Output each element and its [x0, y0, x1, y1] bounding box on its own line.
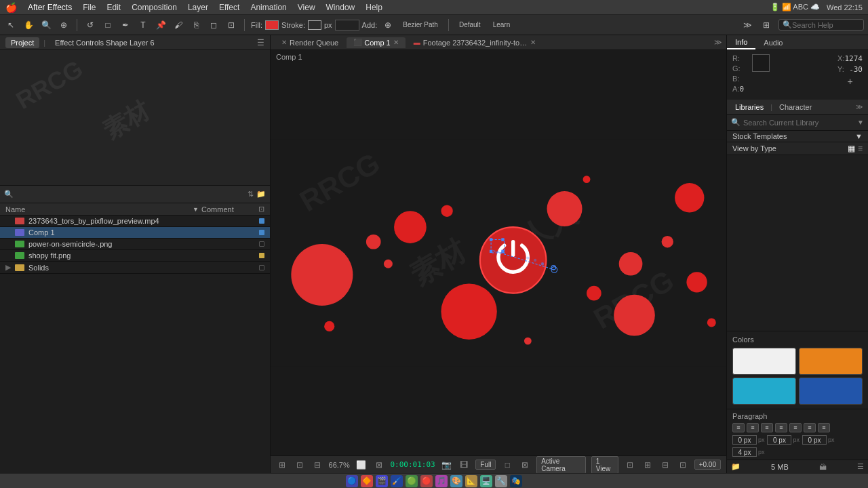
para-align-left[interactable]: ≡	[732, 423, 745, 432]
menu-edit[interactable]: Edit	[106, 3, 121, 12]
character-tab[interactable]: Character	[776, 102, 814, 113]
viewer-icon-3[interactable]: ⊟	[311, 458, 323, 472]
comp1-tab[interactable]: ⬛ Comp 1 ✕	[347, 37, 406, 48]
tool-zoom[interactable]: 🔍	[39, 18, 53, 32]
list-view-btn[interactable]: ≡	[858, 144, 863, 153]
view-by-type-btn[interactable]: View by Type ▦ ≡	[727, 142, 868, 155]
effect-controls-tab[interactable]: Effect Controls Shape Layer 6	[50, 37, 160, 48]
tool-hand[interactable]: ✋	[22, 18, 35, 32]
folder-icon-status[interactable]: 📁	[731, 462, 741, 471]
comp-canvas[interactable]: RRCG 素材 人人 RRCG	[271, 50, 726, 455]
render-queue-close[interactable]: ✕	[281, 39, 287, 46]
swatch-white[interactable]	[732, 348, 796, 375]
tool-camera[interactable]: ⊕	[57, 18, 71, 32]
toolbar-expand[interactable]: ≫	[741, 18, 754, 32]
menu-layer[interactable]: Layer	[188, 3, 208, 12]
tool-puppet[interactable]: ⊡	[224, 18, 238, 32]
dock-app1[interactable]: 🔴	[420, 475, 433, 487]
info-tab[interactable]: Info	[727, 36, 755, 49]
increment-btn[interactable]: +0.00	[694, 460, 721, 470]
tool-rectangle[interactable]: □	[101, 18, 115, 32]
file-row[interactable]: shopy fit.png	[0, 250, 270, 262]
file-row[interactable]: 2373643_tors_by_pixflow_preview.mp4	[0, 216, 270, 227]
menu-aftereffects[interactable]: After Effects	[28, 3, 72, 12]
col-actions[interactable]: ⊡	[258, 205, 264, 214]
space-before-input[interactable]	[802, 435, 827, 445]
viewer-icon-11[interactable]: ⊡	[677, 458, 689, 472]
project-tab[interactable]: Project	[5, 37, 39, 48]
view-btn[interactable]: 1 View	[591, 456, 619, 474]
tool-text[interactable]: T	[136, 18, 150, 32]
viewer-camera-icon[interactable]: 📷	[441, 458, 453, 472]
tool-add[interactable]: ⊕	[381, 18, 395, 32]
viewer-icon-7[interactable]: ⊠	[519, 458, 531, 472]
file-row[interactable]: Comp 1	[0, 227, 270, 239]
dock-photoshop[interactable]: 🖌️	[391, 475, 403, 487]
dock-launchpad[interactable]: 🔶	[361, 475, 373, 487]
render-queue-tab[interactable]: ✕ Render Queue	[275, 37, 345, 48]
tool-pin[interactable]: 📌	[154, 18, 167, 32]
menu-file[interactable]: File	[83, 3, 96, 12]
viewer-icon-2[interactable]: ⊡	[294, 458, 306, 472]
stroke-width-input[interactable]	[335, 20, 359, 30]
para-justify-right[interactable]: ≡	[804, 423, 816, 432]
swatch-blue[interactable]	[799, 378, 863, 405]
para-align-center[interactable]: ≡	[747, 423, 759, 432]
status-icon-1[interactable]: 🏔	[819, 463, 827, 471]
footage-tab[interactable]: ▬ Footage 23736432_infinity-tool... ✕	[407, 37, 542, 48]
quality-btn[interactable]: Full	[475, 460, 496, 470]
lib-search-dropdown[interactable]: ▼	[857, 119, 864, 126]
para-justify-all[interactable]: ≡	[818, 423, 830, 432]
viewer-icon-9[interactable]: ⊞	[642, 458, 654, 472]
viewer-icon-6[interactable]: □	[501, 458, 513, 472]
indent-left-input[interactable]	[732, 435, 757, 445]
stroke-color-swatch[interactable]	[308, 20, 321, 30]
learn-btn[interactable]: Learn	[489, 18, 515, 32]
menu-composition[interactable]: Composition	[132, 3, 177, 12]
indent-right-input[interactable]	[767, 435, 791, 445]
viewer-icon-8[interactable]: ⊡	[624, 458, 636, 472]
menu-view[interactable]: View	[298, 3, 315, 12]
stock-templates-btn[interactable]: Stock Templates ▼	[727, 131, 868, 142]
footage-close[interactable]: ✕	[530, 39, 536, 46]
tool-pen[interactable]: ✒	[119, 18, 132, 32]
para-align-right[interactable]: ≡	[761, 423, 773, 432]
default-btn[interactable]: Default	[455, 18, 485, 32]
project-sort-icon[interactable]: ⇅	[248, 190, 254, 199]
para-justify-center[interactable]: ≡	[789, 423, 802, 432]
tool-rotate[interactable]: ↺	[83, 18, 97, 32]
search-help-input[interactable]	[792, 21, 860, 29]
menu-help[interactable]: Help	[366, 3, 382, 12]
menu-window[interactable]: Window	[326, 3, 355, 12]
dock-premiere[interactable]: 🎭	[510, 475, 522, 487]
dock-app2[interactable]: 🎨	[450, 475, 462, 487]
camera-btn[interactable]: Active Camera	[536, 456, 586, 474]
project-search-input[interactable]	[16, 190, 245, 199]
apple-menu[interactable]: 🍎	[5, 2, 17, 13]
menu-effect[interactable]: Effect	[219, 3, 239, 12]
dock-music[interactable]: 🎵	[435, 475, 448, 487]
viewer-icon-1[interactable]: ⊞	[276, 458, 288, 472]
viewer-icon-10[interactable]: ⊟	[659, 458, 671, 472]
project-new-folder-icon[interactable]: 📁	[256, 190, 266, 199]
timecode-display[interactable]: 0:00:01:03	[390, 460, 435, 469]
status-icon-2[interactable]: ☰	[857, 462, 864, 471]
dock-ae[interactable]: 🎬	[376, 475, 388, 487]
tabs-expander[interactable]: ≫	[714, 38, 722, 47]
viewer-zoom-btn[interactable]: ⬜	[355, 458, 368, 472]
tool-eraser[interactable]: ◻	[207, 18, 220, 32]
dock-app4[interactable]: 🖥️	[480, 475, 492, 487]
libraries-tab[interactable]: Libraries	[732, 102, 766, 113]
swatch-orange[interactable]	[799, 348, 863, 375]
grid-view-btn[interactable]: ▦	[848, 144, 855, 153]
viewer-icon-4[interactable]: ⊠	[373, 458, 385, 472]
comp1-close[interactable]: ✕	[393, 39, 399, 46]
dock-app3[interactable]: 📐	[465, 475, 477, 487]
lib-expand[interactable]: ≫	[856, 103, 863, 110]
menu-animation[interactable]: Animation	[250, 3, 286, 12]
para-justify-left[interactable]: ≡	[775, 423, 787, 432]
file-row[interactable]: power-on-semicircle-.png	[0, 239, 270, 250]
toolbar-grid[interactable]: ⊞	[760, 18, 773, 32]
panel-menu-icon[interactable]: ☰	[257, 38, 264, 47]
dock-settings[interactable]: 🔧	[495, 475, 507, 487]
